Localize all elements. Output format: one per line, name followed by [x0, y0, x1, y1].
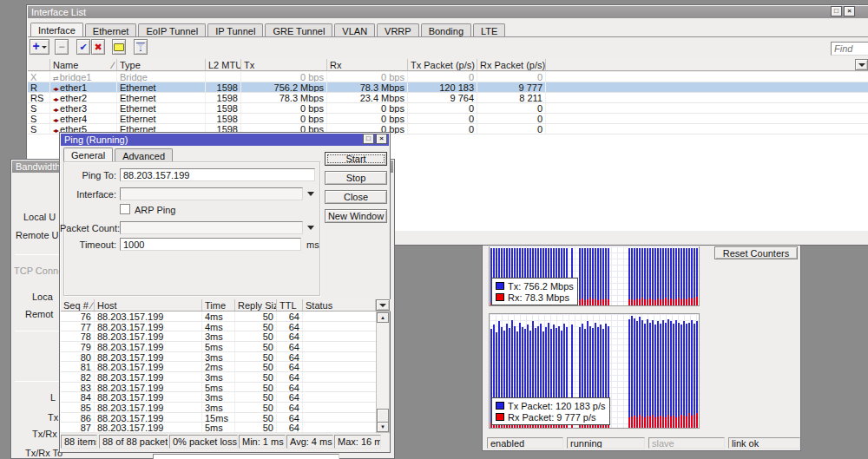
- ping-result-row[interactable]: 8188.203.157.1992ms5064: [61, 362, 376, 372]
- tab-vlan[interactable]: VLAN: [334, 23, 375, 36]
- column-name[interactable]: Name∕: [50, 59, 117, 70]
- timeout-unit-label: ms: [306, 239, 319, 250]
- ping-result-row[interactable]: 7888.203.157.1993ms5064: [61, 331, 376, 342]
- scroll-down-icon[interactable]: ▼: [377, 422, 389, 432]
- column-rx[interactable]: Rx: [327, 59, 408, 70]
- row-tx: 0 bps: [241, 103, 327, 113]
- row-filler: [546, 124, 868, 134]
- enable-button[interactable]: ✔: [76, 39, 90, 55]
- tx-bar: [608, 248, 609, 305]
- row-l2mtu: 1598: [206, 93, 241, 102]
- ping-result-row[interactable]: 8788.203.157.1995ms5064: [61, 423, 376, 433]
- rx-bar: [681, 299, 682, 305]
- column-dropdown-icon[interactable]: [376, 299, 390, 311]
- close-icon[interactable]: ×: [376, 134, 387, 144]
- ping-result-row[interactable]: 8588.203.157.1993ms5064: [61, 403, 376, 413]
- rx-bar: [683, 416, 685, 428]
- tab-interface[interactable]: Interface: [30, 23, 83, 36]
- maximize-icon[interactable]: □: [831, 6, 842, 16]
- rx-bar: [652, 415, 654, 428]
- stop-button[interactable]: Stop: [325, 171, 387, 185]
- column-status[interactable]: Status: [303, 299, 376, 311]
- chevron-down-icon[interactable]: [307, 226, 314, 230]
- ping-result-row[interactable]: 8088.203.157.1993ms5064: [61, 352, 376, 363]
- tab-vrrp[interactable]: VRRP: [377, 23, 419, 36]
- column-time[interactable]: Time: [202, 299, 235, 311]
- column-tx[interactable]: Tx: [241, 59, 327, 70]
- reset-counters-button[interactable]: Reset Counters: [714, 246, 798, 259]
- interface-table-header[interactable]: Name∕TypeL2 MTUTxRxTx Packet (p/s)Rx Pac…: [28, 59, 868, 71]
- tab-advanced[interactable]: Advanced: [115, 148, 173, 161]
- tx-bar: [652, 248, 654, 305]
- column-tx-packet-p-s-[interactable]: Tx Packet (p/s): [408, 59, 477, 70]
- ping-result-row[interactable]: 7688.203.157.1994ms5064: [61, 311, 376, 322]
- filter-button[interactable]: [134, 39, 148, 55]
- interface-traffic-window: Tx: 756.2 MbpsRx: 78.3 Mbps Tx Packet: 1…: [482, 246, 801, 451]
- ping-to-input[interactable]: 88.203.157.199: [120, 168, 315, 181]
- packet-count-select[interactable]: [120, 221, 303, 234]
- ping-table-header[interactable]: Seq # ∕HostTimeReply SizeTTLStatus: [61, 299, 391, 311]
- maximize-icon[interactable]: □: [363, 134, 374, 144]
- close-button[interactable]: Close: [325, 190, 387, 204]
- interface-list-titlebar[interactable]: Interface List: [28, 6, 868, 18]
- rx-bar: [641, 416, 643, 428]
- new-window-button[interactable]: New Window: [325, 209, 387, 223]
- comment-button[interactable]: [112, 39, 126, 55]
- row-tx-packet: 9 764: [408, 93, 477, 102]
- column-l2-mtu[interactable]: L2 MTU: [206, 59, 241, 70]
- tab-lte[interactable]: LTE: [473, 23, 505, 36]
- tab-ethernet[interactable]: Ethernet: [85, 23, 137, 36]
- ping-result-row[interactable]: 8488.203.157.1993ms5064: [61, 392, 376, 403]
- disable-button[interactable]: ✖: [91, 39, 105, 55]
- arp-ping-checkbox[interactable]: [120, 204, 130, 214]
- rx-bar: [639, 299, 641, 305]
- tab-general[interactable]: General: [63, 148, 113, 161]
- column-seq-[interactable]: Seq # ∕: [61, 299, 95, 311]
- legend-color-chip: [496, 282, 504, 290]
- tab-gre-tunnel[interactable]: GRE Tunnel: [265, 23, 332, 36]
- start-button[interactable]: Start: [325, 152, 387, 166]
- column-ttl[interactable]: TTL: [277, 299, 303, 311]
- tab-ip-tunnel[interactable]: IP Tunnel: [207, 23, 263, 36]
- cell-time: 5ms: [202, 342, 235, 351]
- tab-bonding[interactable]: Bonding: [421, 23, 471, 36]
- table-row[interactable]: RS◂▸ether2Ethernet159878.3 Mbps23.4 Mbps…: [28, 93, 868, 103]
- row-flag: S: [28, 103, 50, 113]
- column-dropdown-icon[interactable]: [855, 59, 868, 70]
- bandwidth-label: Loca: [32, 292, 53, 302]
- ping-result-row[interactable]: 7988.203.157.1995ms5064: [61, 342, 376, 352]
- table-row[interactable]: S◂▸ether4Ethernet15980 bps0 bps00: [28, 114, 868, 124]
- table-row[interactable]: X⇄bridge1Bridge0 bps0 bps00: [28, 72, 868, 82]
- chevron-down-icon[interactable]: [307, 192, 314, 196]
- column-host[interactable]: Host: [95, 299, 202, 311]
- ping-result-row[interactable]: 7788.203.157.1994ms5064: [61, 322, 376, 332]
- remove-button[interactable]: −: [55, 39, 69, 55]
- tab-eoip-tunnel[interactable]: EoIP Tunnel: [138, 23, 206, 36]
- legend-text: Tx Packet: 120 183 p/s: [508, 401, 606, 411]
- table-row[interactable]: R◂▸ether1Ethernet1598756.2 Mbps78.3 Mbps…: [28, 82, 868, 93]
- ping-result-row[interactable]: 8388.203.157.1995ms5064: [61, 383, 376, 393]
- timeout-input[interactable]: 1000: [120, 238, 301, 251]
- vertical-scrollbar[interactable]: ▲ ▼: [376, 311, 390, 433]
- cell-ttl: 64: [277, 383, 303, 392]
- add-button[interactable]: +: [30, 39, 49, 55]
- interface-select[interactable]: [120, 187, 303, 200]
- scroll-thumb[interactable]: [377, 409, 389, 423]
- rx-bar: [600, 299, 602, 305]
- column-type[interactable]: Type: [117, 59, 206, 70]
- column-flags[interactable]: [28, 59, 50, 70]
- column-rx-packet-p-s-[interactable]: Rx Packet (p/s): [477, 59, 546, 70]
- cell-host: 88.203.157.199: [95, 403, 202, 412]
- scroll-up-icon[interactable]: ▲: [377, 312, 389, 323]
- tx-bar: [683, 248, 685, 305]
- tx-bar: [639, 317, 641, 428]
- ping-result-row[interactable]: 8688.203.157.19915ms5064: [61, 413, 376, 423]
- ping-result-row[interactable]: 8288.203.157.1993ms5064: [61, 372, 376, 383]
- tx-bar: [675, 320, 677, 428]
- ping-titlebar[interactable]: Ping (Running): [61, 134, 389, 146]
- ping-title: Ping (Running): [64, 134, 128, 145]
- close-icon[interactable]: ×: [844, 6, 855, 16]
- column-reply-size[interactable]: Reply Size: [235, 299, 277, 311]
- table-row[interactable]: S◂▸ether3Ethernet15980 bps0 bps00: [28, 103, 868, 114]
- find-input[interactable]: [831, 42, 868, 56]
